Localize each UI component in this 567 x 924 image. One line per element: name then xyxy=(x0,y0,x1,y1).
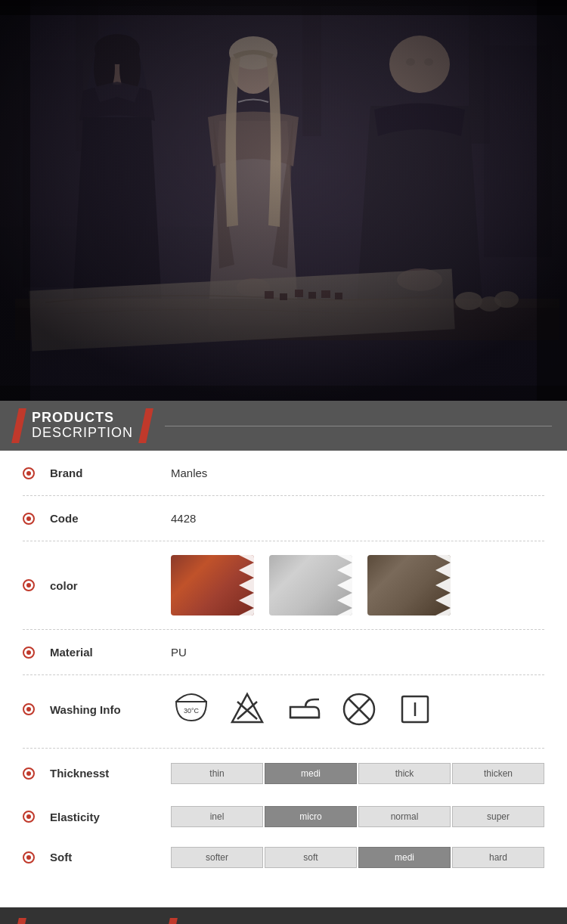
svg-rect-34 xyxy=(0,0,30,401)
model-slash-right-icon xyxy=(163,918,178,924)
svg-rect-37 xyxy=(0,386,567,401)
washing-icons-group: 30°C xyxy=(171,689,544,730)
soft-scale: softer soft medi hard xyxy=(171,847,544,868)
elasticity-normal: normal xyxy=(358,806,451,827)
svg-marker-38 xyxy=(239,555,254,615)
soft-soft: soft xyxy=(265,847,357,868)
brand-label: Brand xyxy=(50,467,171,479)
thickness-bullet xyxy=(23,767,35,780)
brand-bullet xyxy=(23,467,35,479)
material-bullet xyxy=(23,646,35,659)
code-row: Code 4428 xyxy=(23,496,544,541)
wash-30-icon: 30°C xyxy=(171,689,212,730)
thickness-medi: medi xyxy=(265,763,357,784)
model-slash-left-icon xyxy=(11,918,26,924)
brand-row: Brand Manles xyxy=(23,451,544,496)
washing-icons: 30°C xyxy=(171,689,544,730)
code-value: 4428 xyxy=(171,512,544,525)
elasticity-micro: micro xyxy=(265,806,357,827)
washing-row: Washing Info 30°C xyxy=(23,675,544,749)
swatch-brown xyxy=(367,555,451,615)
color-row: color xyxy=(23,541,544,630)
products-title: PRODUCTS DESCRIPTION xyxy=(32,411,133,441)
svg-rect-36 xyxy=(0,0,567,15)
red-slash-right-icon xyxy=(138,408,153,443)
svg-marker-40 xyxy=(435,555,451,615)
svg-marker-39 xyxy=(337,555,352,615)
swatch-gray xyxy=(269,555,352,615)
thickness-thick: thick xyxy=(358,763,451,784)
color-swatches-container xyxy=(171,555,544,615)
header-divider xyxy=(165,426,552,426)
svg-text:30°C: 30°C xyxy=(184,707,200,715)
iron-icon xyxy=(283,689,324,730)
soft-label: Soft xyxy=(50,851,171,864)
elasticity-label: Elasticity xyxy=(50,811,171,823)
color-bullet xyxy=(23,579,35,591)
svg-rect-35 xyxy=(537,0,567,401)
soft-bullet xyxy=(23,851,35,864)
washing-label: Washing Info xyxy=(50,703,171,716)
material-label: Material xyxy=(50,646,171,659)
washing-bullet xyxy=(23,703,35,715)
products-title-bold: PRODUCTS xyxy=(32,411,133,426)
no-bleach-icon xyxy=(227,689,268,730)
code-label: Code xyxy=(50,512,171,525)
thickness-scale: thin medi thick thicken xyxy=(171,763,544,784)
red-slash-left-icon xyxy=(11,408,26,443)
thickness-row: Thicknesst thin medi thick thicken xyxy=(23,749,544,794)
soft-row: Soft softer soft medi hard xyxy=(23,839,544,885)
product-details: Brand Manles Code 4428 color xyxy=(0,451,567,885)
color-label: color xyxy=(50,579,171,592)
svg-marker-42 xyxy=(232,694,262,722)
model-show-header: MODEL SHOW xyxy=(0,907,567,924)
soft-softer: softer xyxy=(171,847,263,868)
swatch-red xyxy=(171,555,254,615)
thickness-thicken: thicken xyxy=(452,763,544,784)
brand-value: Manles xyxy=(171,467,544,479)
products-title-normal: DESCRIPTION xyxy=(32,426,133,441)
svg-rect-33 xyxy=(0,0,567,401)
color-swatches xyxy=(171,555,544,615)
code-bullet xyxy=(23,513,35,525)
products-header: PRODUCTS DESCRIPTION xyxy=(0,401,567,451)
thickness-thin: thin xyxy=(171,763,263,784)
dry-clean-icon xyxy=(395,689,435,730)
elasticity-bullet xyxy=(23,811,35,823)
thickness-label: Thicknesst xyxy=(50,767,171,780)
material-row: Material PU xyxy=(23,630,544,675)
elasticity-row: Elasticity inel micro normal super xyxy=(23,794,544,839)
soft-hard: hard xyxy=(452,847,544,868)
hero-image xyxy=(0,0,567,401)
elasticity-scale: inel micro normal super xyxy=(171,806,544,827)
material-value: PU xyxy=(171,646,544,659)
soft-medi: medi xyxy=(358,847,451,868)
no-tumble-dry-icon xyxy=(339,689,380,730)
elasticity-inel: inel xyxy=(171,806,263,827)
elasticity-super: super xyxy=(452,806,544,827)
